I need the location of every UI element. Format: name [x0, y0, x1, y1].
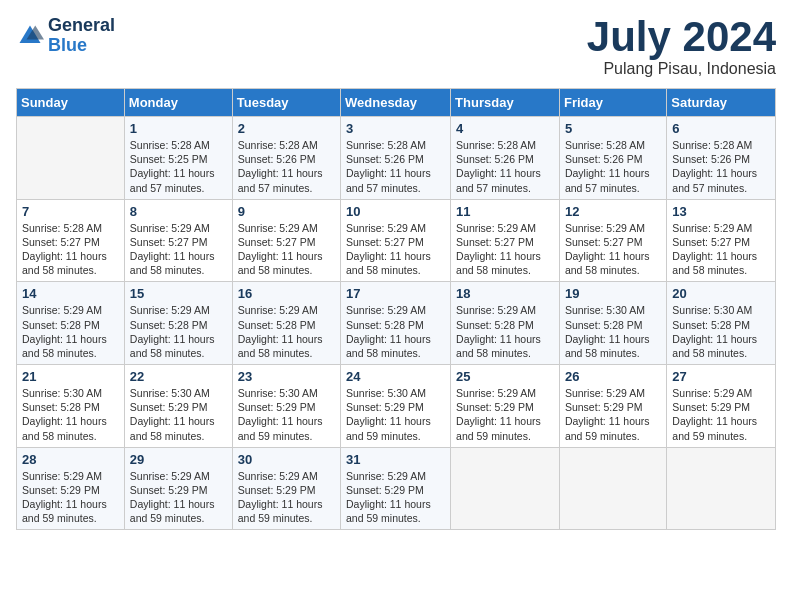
day-number: 6	[672, 121, 770, 136]
logo: General Blue	[16, 16, 115, 56]
header-day-monday: Monday	[124, 89, 232, 117]
day-info: Sunrise: 5:30 AM Sunset: 5:28 PM Dayligh…	[565, 303, 661, 360]
header-day-sunday: Sunday	[17, 89, 125, 117]
day-info: Sunrise: 5:29 AM Sunset: 5:28 PM Dayligh…	[456, 303, 554, 360]
day-info: Sunrise: 5:30 AM Sunset: 5:28 PM Dayligh…	[672, 303, 770, 360]
calendar-cell: 26Sunrise: 5:29 AM Sunset: 5:29 PM Dayli…	[559, 365, 666, 448]
day-number: 4	[456, 121, 554, 136]
day-number: 5	[565, 121, 661, 136]
day-info: Sunrise: 5:29 AM Sunset: 5:27 PM Dayligh…	[456, 221, 554, 278]
logo-text: General Blue	[48, 16, 115, 56]
calendar-cell: 11Sunrise: 5:29 AM Sunset: 5:27 PM Dayli…	[451, 199, 560, 282]
day-info: Sunrise: 5:28 AM Sunset: 5:27 PM Dayligh…	[22, 221, 119, 278]
calendar-cell: 14Sunrise: 5:29 AM Sunset: 5:28 PM Dayli…	[17, 282, 125, 365]
day-number: 7	[22, 204, 119, 219]
calendar-cell: 12Sunrise: 5:29 AM Sunset: 5:27 PM Dayli…	[559, 199, 666, 282]
day-number: 2	[238, 121, 335, 136]
day-number: 31	[346, 452, 445, 467]
week-row-1: 1Sunrise: 5:28 AM Sunset: 5:25 PM Daylig…	[17, 117, 776, 200]
day-number: 26	[565, 369, 661, 384]
day-info: Sunrise: 5:29 AM Sunset: 5:28 PM Dayligh…	[130, 303, 227, 360]
day-number: 12	[565, 204, 661, 219]
calendar-cell: 6Sunrise: 5:28 AM Sunset: 5:26 PM Daylig…	[667, 117, 776, 200]
day-number: 8	[130, 204, 227, 219]
calendar-cell: 8Sunrise: 5:29 AM Sunset: 5:27 PM Daylig…	[124, 199, 232, 282]
logo-general: General	[48, 16, 115, 36]
day-info: Sunrise: 5:29 AM Sunset: 5:29 PM Dayligh…	[565, 386, 661, 443]
day-number: 21	[22, 369, 119, 384]
calendar-cell: 1Sunrise: 5:28 AM Sunset: 5:25 PM Daylig…	[124, 117, 232, 200]
calendar-cell: 13Sunrise: 5:29 AM Sunset: 5:27 PM Dayli…	[667, 199, 776, 282]
calendar-cell	[559, 447, 666, 530]
day-number: 1	[130, 121, 227, 136]
calendar-cell: 28Sunrise: 5:29 AM Sunset: 5:29 PM Dayli…	[17, 447, 125, 530]
day-number: 14	[22, 286, 119, 301]
header-day-saturday: Saturday	[667, 89, 776, 117]
calendar-cell: 24Sunrise: 5:30 AM Sunset: 5:29 PM Dayli…	[341, 365, 451, 448]
day-number: 10	[346, 204, 445, 219]
calendar-cell: 23Sunrise: 5:30 AM Sunset: 5:29 PM Dayli…	[232, 365, 340, 448]
day-info: Sunrise: 5:28 AM Sunset: 5:26 PM Dayligh…	[456, 138, 554, 195]
week-row-4: 21Sunrise: 5:30 AM Sunset: 5:28 PM Dayli…	[17, 365, 776, 448]
day-info: Sunrise: 5:29 AM Sunset: 5:27 PM Dayligh…	[346, 221, 445, 278]
day-info: Sunrise: 5:29 AM Sunset: 5:27 PM Dayligh…	[565, 221, 661, 278]
calendar-cell: 31Sunrise: 5:29 AM Sunset: 5:29 PM Dayli…	[341, 447, 451, 530]
day-info: Sunrise: 5:30 AM Sunset: 5:29 PM Dayligh…	[238, 386, 335, 443]
day-number: 22	[130, 369, 227, 384]
title-area: July 2024 Pulang Pisau, Indonesia	[587, 16, 776, 78]
day-info: Sunrise: 5:29 AM Sunset: 5:28 PM Dayligh…	[22, 303, 119, 360]
day-number: 11	[456, 204, 554, 219]
header-day-thursday: Thursday	[451, 89, 560, 117]
day-number: 9	[238, 204, 335, 219]
day-info: Sunrise: 5:29 AM Sunset: 5:29 PM Dayligh…	[130, 469, 227, 526]
day-info: Sunrise: 5:30 AM Sunset: 5:29 PM Dayligh…	[346, 386, 445, 443]
day-number: 25	[456, 369, 554, 384]
day-info: Sunrise: 5:29 AM Sunset: 5:28 PM Dayligh…	[346, 303, 445, 360]
calendar-cell: 4Sunrise: 5:28 AM Sunset: 5:26 PM Daylig…	[451, 117, 560, 200]
header-day-tuesday: Tuesday	[232, 89, 340, 117]
day-info: Sunrise: 5:29 AM Sunset: 5:29 PM Dayligh…	[238, 469, 335, 526]
week-row-2: 7Sunrise: 5:28 AM Sunset: 5:27 PM Daylig…	[17, 199, 776, 282]
calendar-cell: 27Sunrise: 5:29 AM Sunset: 5:29 PM Dayli…	[667, 365, 776, 448]
week-row-5: 28Sunrise: 5:29 AM Sunset: 5:29 PM Dayli…	[17, 447, 776, 530]
day-info: Sunrise: 5:29 AM Sunset: 5:29 PM Dayligh…	[346, 469, 445, 526]
day-number: 28	[22, 452, 119, 467]
day-number: 19	[565, 286, 661, 301]
calendar-cell: 3Sunrise: 5:28 AM Sunset: 5:26 PM Daylig…	[341, 117, 451, 200]
calendar-cell: 19Sunrise: 5:30 AM Sunset: 5:28 PM Dayli…	[559, 282, 666, 365]
day-info: Sunrise: 5:30 AM Sunset: 5:29 PM Dayligh…	[130, 386, 227, 443]
day-number: 27	[672, 369, 770, 384]
day-number: 16	[238, 286, 335, 301]
calendar-cell: 21Sunrise: 5:30 AM Sunset: 5:28 PM Dayli…	[17, 365, 125, 448]
logo-blue: Blue	[48, 36, 115, 56]
calendar-cell: 16Sunrise: 5:29 AM Sunset: 5:28 PM Dayli…	[232, 282, 340, 365]
day-number: 30	[238, 452, 335, 467]
day-number: 29	[130, 452, 227, 467]
calendar-cell	[451, 447, 560, 530]
calendar-cell: 7Sunrise: 5:28 AM Sunset: 5:27 PM Daylig…	[17, 199, 125, 282]
day-number: 13	[672, 204, 770, 219]
calendar-header: SundayMondayTuesdayWednesdayThursdayFrid…	[17, 89, 776, 117]
day-info: Sunrise: 5:29 AM Sunset: 5:28 PM Dayligh…	[238, 303, 335, 360]
day-info: Sunrise: 5:29 AM Sunset: 5:27 PM Dayligh…	[238, 221, 335, 278]
calendar-cell: 30Sunrise: 5:29 AM Sunset: 5:29 PM Dayli…	[232, 447, 340, 530]
logo-icon	[16, 22, 44, 50]
calendar-cell: 18Sunrise: 5:29 AM Sunset: 5:28 PM Dayli…	[451, 282, 560, 365]
day-number: 20	[672, 286, 770, 301]
day-number: 24	[346, 369, 445, 384]
day-number: 17	[346, 286, 445, 301]
week-row-3: 14Sunrise: 5:29 AM Sunset: 5:28 PM Dayli…	[17, 282, 776, 365]
day-info: Sunrise: 5:28 AM Sunset: 5:26 PM Dayligh…	[672, 138, 770, 195]
day-info: Sunrise: 5:29 AM Sunset: 5:27 PM Dayligh…	[130, 221, 227, 278]
day-info: Sunrise: 5:29 AM Sunset: 5:29 PM Dayligh…	[672, 386, 770, 443]
header: General Blue July 2024 Pulang Pisau, Ind…	[16, 16, 776, 78]
calendar-table: SundayMondayTuesdayWednesdayThursdayFrid…	[16, 88, 776, 530]
calendar-body: 1Sunrise: 5:28 AM Sunset: 5:25 PM Daylig…	[17, 117, 776, 530]
header-day-wednesday: Wednesday	[341, 89, 451, 117]
header-day-friday: Friday	[559, 89, 666, 117]
day-info: Sunrise: 5:28 AM Sunset: 5:26 PM Dayligh…	[346, 138, 445, 195]
calendar-cell: 20Sunrise: 5:30 AM Sunset: 5:28 PM Dayli…	[667, 282, 776, 365]
day-info: Sunrise: 5:28 AM Sunset: 5:26 PM Dayligh…	[565, 138, 661, 195]
day-info: Sunrise: 5:28 AM Sunset: 5:25 PM Dayligh…	[130, 138, 227, 195]
day-number: 18	[456, 286, 554, 301]
